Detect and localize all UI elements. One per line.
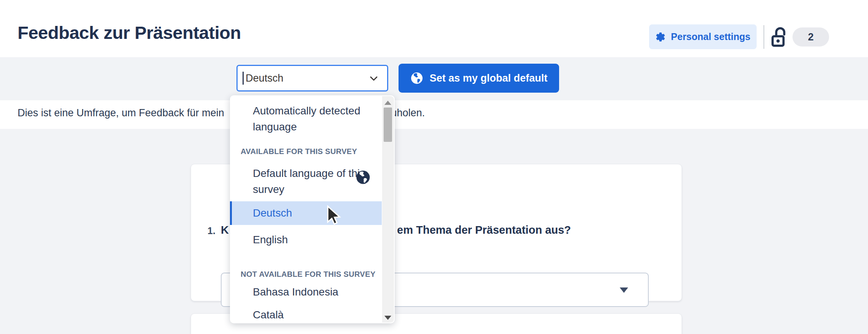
personal-settings-label: Personal settings	[671, 31, 750, 42]
gear-icon	[655, 32, 666, 42]
dropdown-option-default-language[interactable]: Default language of this survey	[253, 165, 367, 198]
question-text-left: K	[221, 224, 229, 236]
language-dropdown-menu: Automatically detected language AVAILABL…	[230, 95, 395, 323]
status-badge[interactable]: 2	[792, 27, 829, 47]
set-global-default-button[interactable]: Set as my global default	[399, 64, 559, 93]
chevron-down-icon	[369, 74, 379, 84]
globe-icon	[355, 169, 371, 190]
set-global-default-label: Set as my global default	[429, 72, 547, 84]
dropdown-option-bahasa-indonesia[interactable]: Bahasa Indonesia	[253, 286, 338, 298]
question-text-right: em Thema der Präsentation aus?	[397, 224, 571, 236]
dropdown-option-english[interactable]: English	[230, 228, 382, 252]
mouse-cursor-icon	[325, 205, 344, 228]
survey-page: Feedback zur Präsentation Personal setti…	[0, 0, 868, 334]
globe-icon	[410, 71, 424, 85]
badge-count: 2	[808, 31, 813, 43]
unlock-icon[interactable]	[771, 26, 787, 47]
survey-description-left: Dies ist eine Umfrage, um Feedback für m…	[18, 107, 224, 119]
survey-main-area: 1. K em Thema der Präsentation aus?	[0, 129, 868, 334]
dropdown-group-available: AVAILABLE FOR THIS SURVEY	[241, 147, 357, 156]
scroll-up-icon[interactable]	[384, 101, 391, 105]
dropdown-group-not-available: NOT AVAILABLE FOR THIS SURVEY	[241, 270, 376, 279]
dropdown-option-auto-detect[interactable]: Automatically detected language	[253, 103, 369, 135]
dropdown-scrollbar[interactable]	[382, 96, 394, 323]
dropdown-option-catala[interactable]: Català	[253, 309, 284, 321]
language-select-value: Deutsch	[246, 72, 283, 84]
scrollbar-thumb[interactable]	[384, 108, 392, 142]
scroll-down-icon[interactable]	[384, 316, 391, 320]
personal-settings-button[interactable]: Personal settings	[649, 24, 757, 49]
page-title: Feedback zur Präsentation	[18, 22, 241, 43]
survey-description-row: Dies ist eine Umfrage, um Feedback für m…	[0, 100, 868, 129]
triangle-down-icon	[620, 287, 628, 293]
language-select[interactable]: Deutsch	[236, 65, 388, 92]
header-divider	[764, 25, 764, 49]
text-caret	[243, 72, 244, 85]
question-number: 1.	[207, 225, 215, 236]
dropdown-option-deutsch[interactable]: Deutsch	[230, 201, 382, 225]
